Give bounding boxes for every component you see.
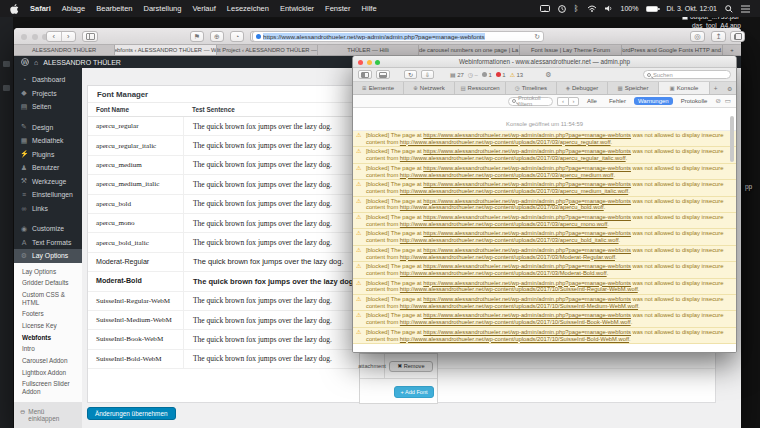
menubar-menu[interactable]: Entwickler xyxy=(280,4,314,13)
sidebar-item[interactable]: ✎ Design xyxy=(14,121,82,135)
warning-count[interactable]: ⚠13 xyxy=(510,71,524,78)
extension-icon[interactable]: ◔ xyxy=(230,31,244,42)
blocked-file-link[interactable]: http://www.alessandrothueler.net/wp-cont… xyxy=(400,319,631,325)
blocked-file-link[interactable]: http://www.alessandrothueler.net/wp-cont… xyxy=(400,155,626,161)
submenu-item[interactable]: Custom CSS & HTML xyxy=(14,289,82,308)
adminbar-site-name[interactable]: ALESSANDRO THÜLER xyxy=(43,59,121,66)
console-filter-input[interactable]: Protokoll filtern xyxy=(508,97,553,106)
inspector-tab[interactable]: ◷ Timelines xyxy=(506,82,557,94)
inspector-search-input[interactable]: Suchen xyxy=(643,70,731,79)
page-url-link[interactable]: https://www.alessandrothueler.net/wp-adm… xyxy=(423,329,631,335)
inspector-tab[interactable]: ⊞ Elemente xyxy=(353,82,404,94)
submenu-item[interactable]: Carousel Addon xyxy=(14,355,82,367)
sidebar-item[interactable]: ⚒ Werkzeuge xyxy=(14,175,82,189)
browser-tab[interactable]: Font Issue | Lay Theme Forum xyxy=(520,45,621,55)
inspector-tab[interactable]: ⊕ Netzwerk xyxy=(404,82,455,94)
sidebar-item[interactable]: ▤ Seiten xyxy=(14,100,82,114)
blocked-file-link[interactable]: http://www.alessandrothueler.net/wp-cont… xyxy=(400,286,638,292)
inspector-tab[interactable]: ▣ Konsole xyxy=(659,82,710,94)
sidebar-item[interactable]: ♟ Benutzer xyxy=(14,161,82,175)
inspector-reload-button[interactable]: ↻ xyxy=(404,70,417,79)
clock-status-icon[interactable] xyxy=(558,5,566,13)
submenu-item[interactable]: Lightbox Addon xyxy=(14,367,82,379)
extension-icon[interactable]: ⚑ xyxy=(190,31,204,42)
menubar-menu[interactable]: Safari xyxy=(30,4,51,13)
back-button[interactable]: ‹ xyxy=(47,32,62,41)
page-url-link[interactable]: https://www.alessandrothueler.net/wp-adm… xyxy=(423,165,631,171)
clear-console-icon[interactable]: ⊘ xyxy=(715,97,720,105)
blocked-file-link[interactable]: http://www.alessandrothueler.net/wp-cont… xyxy=(400,270,607,276)
blocked-file-link[interactable]: http://www.alessandrothueler.net/wp-cont… xyxy=(400,172,614,178)
menubar-menu[interactable]: Bearbeiten xyxy=(96,4,132,13)
inspector-tab[interactable]: ◈ Debugger xyxy=(557,82,608,94)
browser-tab[interactable]: Webfonts ‹ ALESSANDRO THÜLER — W… xyxy=(115,45,216,55)
collapse-menu-button[interactable]: ⊖ Menü einklappen xyxy=(14,402,82,428)
spotlight-search-icon[interactable] xyxy=(725,5,733,13)
share-icon[interactable]: ↥ xyxy=(711,31,726,42)
page-url-link[interactable]: https://www.alessandrothueler.net/wp-adm… xyxy=(423,230,631,236)
battery-icon[interactable] xyxy=(646,6,658,12)
page-url-link[interactable]: https://www.alessandrothueler.net/wp-adm… xyxy=(423,296,631,302)
sidebar-item[interactable]: A Text Formats xyxy=(14,236,82,250)
page-url-link[interactable]: https://www.alessandrothueler.net/wp-adm… xyxy=(423,132,631,138)
submenu-item[interactable]: Footers xyxy=(14,308,82,320)
blocked-file-link[interactable]: http://www.alessandrothueler.net/wp-cont… xyxy=(400,221,607,227)
extension-icon[interactable]: ⊕ xyxy=(210,31,224,42)
apply-changes-button[interactable]: Änderungen übernehmen xyxy=(87,407,176,420)
menubar-menu[interactable]: Hilfe xyxy=(362,4,377,13)
volume-icon[interactable] xyxy=(605,5,613,12)
page-url-link[interactable]: https://www.alessandrothueler.net/wp-adm… xyxy=(423,214,631,220)
zoom-window-button[interactable] xyxy=(375,60,380,65)
menubar-clock[interactable]: Di. 3. Okt. 12:01 xyxy=(666,5,717,12)
wordpress-logo-icon[interactable]: W xyxy=(21,58,29,66)
forward-button[interactable]: › xyxy=(62,32,76,41)
minimize-window-button[interactable] xyxy=(32,34,38,40)
page-url-link[interactable]: https://www.alessandrothueler.net/wp-adm… xyxy=(423,312,631,318)
blocked-file-link[interactable]: http://www.alessandrothueler.net/wp-cont… xyxy=(400,336,629,342)
sidebar-item[interactable]: ≡ Einstellungen xyxy=(14,188,82,202)
page-url-link[interactable]: https://www.alessandrothueler.net/wp-adm… xyxy=(423,148,631,154)
add-font-button[interactable]: + Add Font xyxy=(394,386,434,398)
sidebar-item[interactable]: ▦ Mediathek xyxy=(14,134,82,148)
blocked-file-link[interactable]: http://www.alessandrothueler.net/wp-cont… xyxy=(400,237,619,243)
submenu-item[interactable]: Gridder Defaults xyxy=(14,277,82,289)
console-scrollbar-thumb[interactable] xyxy=(730,116,734,162)
bluetooth-icon[interactable]: ᛒ xyxy=(574,5,579,13)
notification-center-icon[interactable] xyxy=(741,5,750,13)
log-count[interactable]: 1 xyxy=(482,72,492,78)
address-bar[interactable]: https://www.alessandrothueler.net/wp-adm… xyxy=(252,31,544,42)
home-icon[interactable]: ⌂ xyxy=(34,59,38,66)
sidebar-item[interactable]: ◆ Projects xyxy=(14,87,82,101)
menubar-menu[interactable]: Fenster xyxy=(325,4,350,13)
inspector-tab[interactable]: ▦ Speicher xyxy=(608,82,659,94)
page-url-link[interactable]: https://www.alessandrothueler.net/wp-adm… xyxy=(423,181,631,187)
next-result-button[interactable]: › xyxy=(568,97,579,106)
submenu-item[interactable]: License Key xyxy=(14,320,82,332)
console-scope-button[interactable]: Warnungen xyxy=(634,97,673,105)
console-scope-button[interactable]: Alle xyxy=(583,97,601,105)
inspector-settings-icon[interactable]: ⚙ xyxy=(545,71,551,79)
submenu-item[interactable]: Lay Options xyxy=(14,266,82,278)
blocked-file-link[interactable]: http://www.alessandrothueler.net/wp-cont… xyxy=(400,204,604,210)
tab-overview-icon[interactable] xyxy=(730,31,745,42)
browser-tab[interactable]: WordPress and Google Fonts HTTP and… xyxy=(622,45,723,55)
dock-to-side-button[interactable] xyxy=(358,70,372,79)
blocked-file-link[interactable]: http://www.alessandrothueler.net/wp-cont… xyxy=(400,303,638,309)
dock-to-bottom-button[interactable] xyxy=(376,70,390,79)
split-console-icon[interactable]: ▭ xyxy=(725,97,731,105)
menubar-menu[interactable]: Ablage xyxy=(62,4,85,13)
menubar-menu[interactable]: Lesezeichen xyxy=(227,4,269,13)
menubar-menu[interactable]: Verlauf xyxy=(192,4,215,13)
close-window-button[interactable] xyxy=(358,60,363,65)
minimize-window-button[interactable] xyxy=(367,60,372,65)
extension-badge-icon[interactable]: ◎ xyxy=(690,31,705,42)
remove-font-button[interactable]: ✖ Remove xyxy=(389,361,433,372)
error-count[interactable]: 1 xyxy=(496,72,506,78)
browser-tab[interactable]: Edit Project ‹ ALESSANDRO THÜLER —… xyxy=(217,45,318,55)
reload-icon[interactable]: ↻ xyxy=(534,33,540,41)
blocked-file-link[interactable]: http://www.alessandrothueler.net/wp-cont… xyxy=(400,139,611,145)
page-url-link[interactable]: https://www.alessandrothueler.net/wp-adm… xyxy=(423,280,631,286)
sidebar-item[interactable]: ⚡ Plugins xyxy=(14,148,82,162)
tab-settings-icon[interactable]: ⚙ xyxy=(727,85,732,92)
browser-tab[interactable]: THÜLER — Hilli xyxy=(318,45,419,55)
